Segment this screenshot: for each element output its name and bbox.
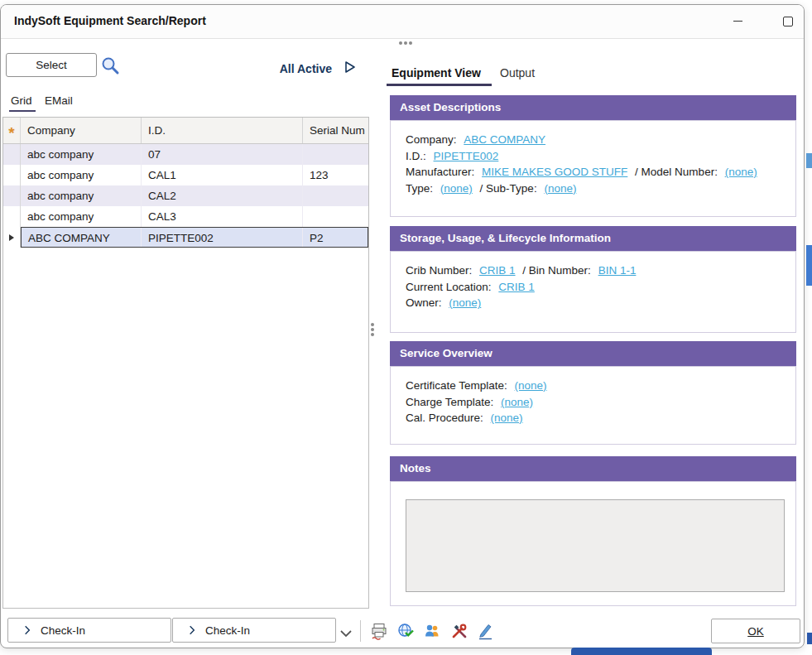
charge-template-link[interactable]: (none) bbox=[501, 396, 533, 408]
globe-check-icon[interactable] bbox=[396, 622, 415, 640]
new-row-marker-icon: * bbox=[8, 125, 14, 141]
current-row-arrow-icon bbox=[7, 234, 16, 242]
maximize-icon bbox=[783, 17, 793, 26]
cell-company[interactable]: abc company bbox=[21, 185, 142, 206]
tab-grid[interactable]: Grid bbox=[11, 94, 32, 107]
ok-label: OK bbox=[747, 625, 764, 638]
row-gutter bbox=[3, 206, 21, 227]
active-filter-label[interactable]: All Active bbox=[233, 62, 332, 75]
subtype-link[interactable]: (none) bbox=[544, 182, 576, 195]
check-in-button-1[interactable]: Check-In bbox=[7, 618, 171, 643]
tab-equipment-view[interactable]: Equipment View bbox=[392, 66, 481, 79]
certificate-template-label: Certificate Template: bbox=[406, 379, 507, 392]
column-header-serial[interactable]: Serial Num bbox=[303, 118, 368, 143]
window-title: IndySoft Equipment Search/Report bbox=[14, 14, 206, 27]
cell-serial[interactable]: P2 bbox=[303, 228, 368, 247]
tools-icon[interactable] bbox=[450, 622, 468, 640]
cell-id[interactable]: PIPETTE002 bbox=[142, 228, 303, 247]
cell-serial[interactable] bbox=[303, 185, 368, 206]
tab-output[interactable]: Output bbox=[500, 66, 535, 79]
table-row[interactable]: abc company CAL3 bbox=[3, 206, 368, 227]
table-row-selected[interactable]: ABC COMPANY PIPETTE002 P2 bbox=[3, 227, 368, 248]
current-location-link[interactable]: CRIB 1 bbox=[498, 281, 535, 293]
ok-button[interactable]: OK bbox=[711, 619, 800, 643]
column-header-id[interactable]: I.D. bbox=[142, 118, 303, 143]
section-body-service-overview: Certificate Template: (none) Charge Temp… bbox=[390, 366, 796, 445]
crib-number-link[interactable]: CRIB 1 bbox=[479, 264, 516, 277]
selected-row-highlight[interactable]: ABC COMPANY PIPETTE002 P2 bbox=[21, 227, 368, 248]
cell-company[interactable]: abc company bbox=[21, 165, 142, 185]
table-row[interactable]: abc company CAL1 123 bbox=[3, 165, 368, 185]
cal-procedure-link[interactable]: (none) bbox=[491, 412, 523, 424]
id-link[interactable]: PIPETTE002 bbox=[434, 150, 499, 162]
cell-company[interactable]: abc company bbox=[21, 206, 142, 227]
background-window-fragment bbox=[571, 648, 712, 655]
horizontal-splitter-handle[interactable] bbox=[399, 41, 414, 46]
app-window: IndySoft Equipment Search/Report Select … bbox=[0, 4, 805, 648]
table-row[interactable]: abc company 07 bbox=[3, 144, 368, 165]
section-body-asset-descriptions: Company: ABC COMPANY I.D.: PIPETTE002 Ma… bbox=[390, 120, 796, 217]
search-icon[interactable] bbox=[100, 55, 120, 75]
check-in-label: Check-In bbox=[205, 624, 250, 637]
cell-id[interactable]: CAL2 bbox=[142, 185, 303, 206]
bin-number-link[interactable]: BIN 1-1 bbox=[598, 264, 637, 277]
print-icon[interactable] bbox=[370, 622, 388, 640]
section-header-service-overview: Service Overview bbox=[390, 341, 796, 366]
section-header-storage: Storage, Usage, & Lifecycle Information bbox=[390, 226, 796, 251]
cell-company[interactable]: ABC COMPANY bbox=[22, 228, 142, 247]
cell-id[interactable]: CAL1 bbox=[142, 165, 303, 185]
cell-serial[interactable] bbox=[303, 144, 368, 165]
signature-pen-icon[interactable] bbox=[477, 622, 495, 640]
model-number-link[interactable]: (none) bbox=[725, 166, 757, 178]
section-body-storage: Crib Number: CRIB 1 / Bin Number: BIN 1-… bbox=[390, 251, 796, 333]
title-bar: IndySoft Equipment Search/Report bbox=[1, 5, 804, 39]
maximize-button[interactable] bbox=[771, 9, 805, 33]
manufacturer-link[interactable]: MIKE MAKES GOOD STUFF bbox=[482, 166, 627, 178]
row-gutter bbox=[3, 185, 21, 206]
users-icon[interactable] bbox=[423, 622, 441, 640]
type-link[interactable]: (none) bbox=[440, 182, 473, 195]
subtype-label: / Sub-Type: bbox=[480, 182, 537, 195]
chevron-right-icon bbox=[186, 624, 198, 636]
certificate-template-link[interactable]: (none) bbox=[515, 379, 547, 392]
model-number-label: / Model Number: bbox=[635, 166, 718, 178]
owner-link[interactable]: (none) bbox=[449, 296, 481, 309]
type-label: Type: bbox=[406, 182, 433, 195]
check-in-label: Check-In bbox=[41, 624, 85, 637]
cell-serial[interactable]: 123 bbox=[303, 165, 368, 185]
background-window-fragment bbox=[807, 633, 812, 644]
chevron-right-icon bbox=[22, 624, 33, 636]
background-window-fragment bbox=[806, 245, 812, 286]
cell-serial[interactable] bbox=[303, 206, 368, 227]
vertical-splitter-handle[interactable] bbox=[371, 323, 376, 338]
cell-id[interactable]: CAL3 bbox=[142, 206, 303, 227]
chevron-down-icon[interactable] bbox=[337, 624, 355, 643]
check-in-button-2[interactable]: Check-In bbox=[172, 618, 336, 643]
id-label: I.D.: bbox=[406, 150, 426, 162]
new-row-header: * bbox=[3, 118, 21, 143]
cell-id[interactable]: 07 bbox=[142, 144, 303, 165]
select-button[interactable]: Select bbox=[6, 53, 97, 77]
charge-template-label: Charge Template: bbox=[406, 396, 493, 408]
minimize-button[interactable] bbox=[720, 9, 755, 33]
minimize-icon bbox=[733, 21, 742, 22]
cell-company[interactable]: abc company bbox=[21, 144, 142, 165]
owner-label: Owner: bbox=[406, 296, 442, 309]
run-filter-icon[interactable] bbox=[342, 60, 357, 75]
notes-field[interactable] bbox=[406, 499, 785, 592]
crib-number-label: Crib Number: bbox=[406, 264, 472, 277]
current-row-gutter bbox=[3, 227, 21, 248]
section-header-notes: Notes bbox=[390, 456, 796, 481]
splitter-dots-icon bbox=[371, 323, 374, 326]
company-label: Company: bbox=[406, 133, 457, 146]
tab-email[interactable]: EMail bbox=[45, 94, 73, 107]
manufacturer-label: Manufacturer: bbox=[406, 166, 474, 178]
column-header-company[interactable]: Company bbox=[21, 118, 142, 143]
company-link[interactable]: ABC COMPANY bbox=[464, 133, 545, 146]
active-tab-underline bbox=[387, 84, 492, 86]
bin-number-label: / Bin Number: bbox=[522, 264, 591, 277]
cal-procedure-label: Cal. Procedure: bbox=[406, 412, 483, 424]
table-row[interactable]: abc company CAL2 bbox=[3, 185, 368, 206]
screen: IndySoft Equipment Search/Report Select … bbox=[0, 0, 812, 655]
background-window-fragment bbox=[806, 153, 812, 168]
